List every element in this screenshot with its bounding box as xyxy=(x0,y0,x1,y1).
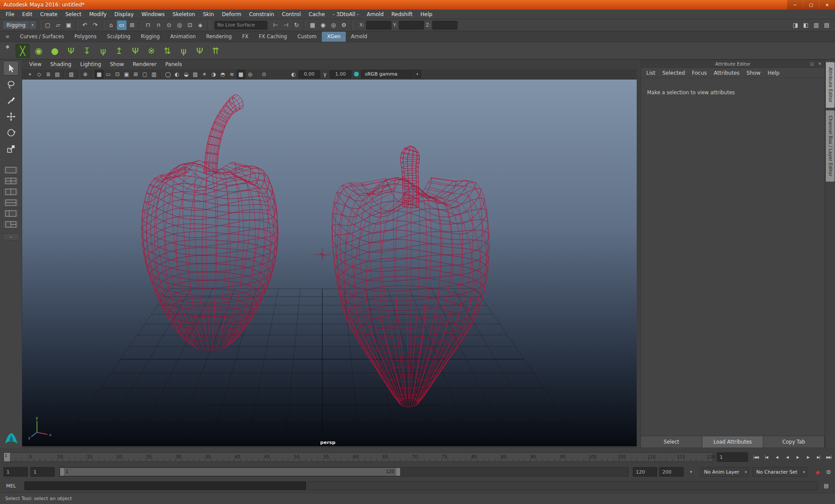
shelf-tab-curves-surfaces[interactable]: Curves / Surfaces xyxy=(15,32,69,42)
ae-menu-selected[interactable]: Selected xyxy=(659,68,688,78)
image-plane-icon[interactable]: ▧ xyxy=(67,70,76,79)
menu-display[interactable]: Display xyxy=(110,10,137,19)
shelf-tab-xgen[interactable]: XGen xyxy=(322,32,346,42)
panel-menu-panels[interactable]: Panels xyxy=(161,60,187,69)
use-all-lights-icon[interactable]: ☀ xyxy=(200,70,209,79)
maximize-button[interactable]: ▢ xyxy=(803,0,819,10)
play-backwards-button[interactable]: ◀ xyxy=(782,452,792,462)
shelf-tab-rendering[interactable]: Rendering xyxy=(201,32,237,42)
range-slider-menu-icon[interactable]: ▾ xyxy=(686,467,696,477)
select-by-object-icon[interactable]: ▭ xyxy=(117,20,127,30)
xgen-grass-preset-icon[interactable]: ψ xyxy=(177,44,190,58)
time-slider-playhead[interactable]: 1 xyxy=(4,453,10,461)
resolution-gate-icon[interactable]: ⊡ xyxy=(113,70,122,79)
shelf-tab-custom[interactable]: Custom xyxy=(292,32,322,42)
layout-single-pane[interactable] xyxy=(3,166,19,175)
view-transform-selector[interactable]: sRGB gamma ▾ xyxy=(361,70,421,78)
menu-set-selector[interactable]: Rigging ▾ xyxy=(3,20,37,30)
shelf-tab-menu-icon[interactable]: ≡ xyxy=(3,33,11,40)
layout-two-stacked[interactable] xyxy=(3,198,19,207)
ae-menu-help[interactable]: Help xyxy=(764,68,783,78)
animation-start-field[interactable]: 1 xyxy=(3,467,28,477)
layout-two-side-by-side[interactable] xyxy=(3,187,19,196)
shelf-options-icon[interactable]: ✱ xyxy=(3,43,11,50)
menu-modify[interactable]: Modify xyxy=(85,10,110,19)
gate-mask-icon[interactable]: ▣ xyxy=(122,70,131,79)
step-back-key-button[interactable]: ◀ xyxy=(772,452,782,462)
menu-windows[interactable]: Windows xyxy=(137,10,169,19)
xgen-density-brush-icon[interactable]: ※ xyxy=(144,44,158,58)
range-end-handle[interactable] xyxy=(396,468,400,476)
paint-selection-tool[interactable] xyxy=(3,93,19,108)
ipr-render-icon[interactable]: ◎ xyxy=(329,20,338,30)
shelf-tab-fx-caching[interactable]: FX Caching xyxy=(254,32,292,42)
undo-icon[interactable]: ↶ xyxy=(80,20,90,30)
select-by-hierarchy-icon[interactable]: ⌂ xyxy=(107,20,116,30)
menu-3dtoall[interactable]: - 3DtoAll - xyxy=(329,10,363,19)
playback-start-field[interactable]: 1 xyxy=(30,467,55,477)
play-forwards-button[interactable]: ▶ xyxy=(792,452,803,462)
copy-tab-button[interactable]: Copy Tab xyxy=(763,436,825,448)
ae-menu-show[interactable]: Show xyxy=(743,68,764,78)
time-slider-track[interactable]: 1 51015202530354045505560657075808590951… xyxy=(3,452,713,462)
ae-menu-list[interactable]: List xyxy=(643,68,659,78)
range-start-handle[interactable] xyxy=(60,468,64,476)
select-camera-icon[interactable]: ⌖ xyxy=(26,70,34,79)
menu-cache[interactable]: Cache xyxy=(305,10,329,19)
close-panel-icon[interactable]: ✕ xyxy=(817,61,823,67)
z-field[interactable] xyxy=(432,21,458,30)
command-language-toggle[interactable]: MEL xyxy=(0,483,18,489)
playback-end-field[interactable]: 120 xyxy=(633,467,657,477)
toggle-attribute-editor-icon[interactable]: ◧ xyxy=(801,20,811,30)
wireframe-on-shaded-icon[interactable]: ◒ xyxy=(182,70,190,79)
menu-skeleton[interactable]: Skeleton xyxy=(169,10,199,19)
shelf-tab-polygons[interactable]: Polygons xyxy=(69,32,102,42)
field-chart-icon[interactable]: ⊞ xyxy=(131,70,140,79)
render-view-icon[interactable]: ▦ xyxy=(308,20,317,30)
screen-space-ao-icon[interactable]: ◓ xyxy=(218,70,227,79)
xgen-convert-to-poly-icon[interactable]: ⇅ xyxy=(160,44,174,58)
layout-split-right[interactable] xyxy=(3,220,19,229)
menu-control[interactable]: Control xyxy=(278,10,304,19)
xgen-add-guides-icon[interactable]: Ψ xyxy=(64,44,78,58)
toolbox-collapse-button[interactable]: - xyxy=(3,233,19,240)
construction-history-icon[interactable]: ↻ xyxy=(292,20,301,30)
script-editor-icon[interactable]: ▤ xyxy=(821,481,832,490)
new-scene-icon[interactable]: ▢ xyxy=(43,20,53,30)
exposure-field[interactable]: 0.00 xyxy=(298,70,320,78)
render-settings-icon[interactable]: ⚙ xyxy=(339,20,349,30)
menu-file[interactable]: File xyxy=(2,10,18,19)
menu-arnold[interactable]: Arnold xyxy=(363,10,387,19)
shadows-icon[interactable]: ◑ xyxy=(209,70,218,79)
close-button[interactable]: ✕ xyxy=(819,0,835,10)
make-live-icon[interactable]: ◈ xyxy=(196,20,205,30)
exposure-icon[interactable]: ◐ xyxy=(289,70,298,79)
load-attributes-button[interactable]: Load Attributes xyxy=(702,436,764,448)
select-button[interactable]: Select xyxy=(641,436,702,448)
step-back-frame-button[interactable]: |◀ xyxy=(761,452,772,462)
isolate-select-icon[interactable]: ⊙ xyxy=(260,70,268,79)
grid-icon[interactable]: ▦ xyxy=(95,70,104,79)
safe-title-icon[interactable]: ▥ xyxy=(150,70,158,79)
menu-create[interactable]: Create xyxy=(36,10,61,19)
xgen-groomable-spline-icon[interactable]: Ψ xyxy=(193,44,207,58)
safe-action-icon[interactable]: ▢ xyxy=(140,70,149,79)
snap-to-projected-center-icon[interactable]: ◎ xyxy=(175,20,184,30)
snap-to-grid-icon[interactable]: ⊓ xyxy=(144,20,153,30)
auto-keyframe-icon[interactable]: ◆ xyxy=(813,467,822,477)
toggle-channel-box-icon[interactable]: ▤ xyxy=(822,20,832,30)
snap-to-point-icon[interactable]: ⊙ xyxy=(164,20,174,30)
2d-pan-zoom-icon[interactable]: ⊕ xyxy=(81,70,90,79)
y-field[interactable] xyxy=(399,21,424,30)
layout-four-view[interactable] xyxy=(3,176,19,186)
move-tool[interactable] xyxy=(3,109,19,124)
shelf-tab-animation[interactable]: Animation xyxy=(165,32,201,42)
output-connections-icon[interactable]: ⊣ xyxy=(281,20,291,30)
color-management-icon[interactable] xyxy=(352,70,361,79)
shelf-tab-sculpting[interactable]: Sculpting xyxy=(102,32,136,42)
save-scene-icon[interactable]: ▣ xyxy=(64,20,73,30)
xgen-export-patches-icon[interactable]: ⇈ xyxy=(209,44,223,58)
rotate-tool[interactable] xyxy=(3,125,19,140)
camera-attributes-icon[interactable]: ≣ xyxy=(44,70,53,79)
live-surface-field[interactable]: No Live Surface xyxy=(214,21,267,30)
